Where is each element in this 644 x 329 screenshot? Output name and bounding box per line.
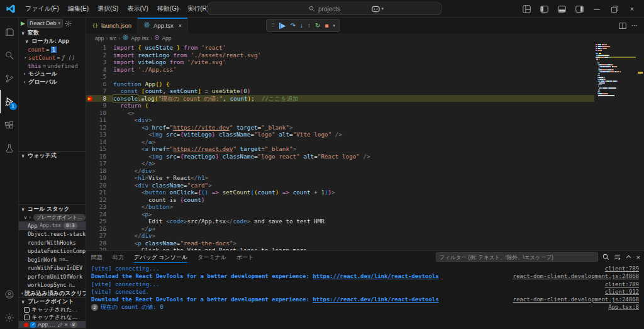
variable-row[interactable]: count=1 [19,45,86,53]
stack-frame-row[interactable]: renderWithHooks [19,238,86,247]
source-location-link[interactable]: react-dom-client.development.js:24868 [507,272,639,280]
toggle-primary-sidebar-icon[interactable] [537,3,551,15]
code-token: import [113,59,135,65]
console-link[interactable]: https://react.dev/link/react-devtools [313,296,438,303]
launch-settings-gear-icon[interactable] [65,20,72,27]
variable-group-row[interactable]: ›モジュール [19,70,86,78]
stack-frame-row[interactable]: AppApp.tsx8:3 [19,221,86,230]
debug-console-output[interactable]: [vite] connecting...client:789Download t… [86,264,644,329]
debug-config-dropdown[interactable]: React Deb ▾ [27,19,63,28]
settings-gear-icon[interactable] [0,306,19,329]
source-location-link[interactable]: client:789 [599,281,639,288]
continue-icon[interactable]: ▶ [279,23,286,29]
toggle-panel-icon[interactable] [555,3,569,15]
panel-tab[interactable]: ターミナル [197,251,226,264]
equals-sign: = [55,55,61,61]
close-tab-icon[interactable]: × [179,23,182,29]
variables-header[interactable]: ∨変数 [19,29,86,37]
source-control-icon[interactable] [0,67,19,90]
panel-tab[interactable]: 出力 [113,251,124,264]
step-over-icon[interactable]: ↷ [291,23,296,29]
toolbar-drag-handle[interactable]: ⠿ [271,23,275,28]
breadcrumb-item[interactable]: App.tsx [122,34,148,42]
back-icon[interactable]: ← [175,3,182,12]
breadcrumb-item[interactable]: app [95,35,104,42]
customize-layout-icon[interactable] [519,3,533,15]
console-row: [vite] connecting...client:789 [91,265,639,272]
split-editor-icon[interactable] [619,22,626,30]
code-line: 1import { useState } from 'react' [86,44,594,52]
minimap[interactable] [596,44,636,97]
step-into-icon[interactable]: ↓ [300,23,303,29]
remove-breakpoint-icon[interactable]: × [65,321,68,328]
breakpoint-item[interactable]: App…. × 8 [19,321,86,328]
source-location-link[interactable]: react-dom-client.development.js:24868 [507,296,639,303]
search-icon[interactable] [602,254,609,260]
menu-item[interactable]: ファイル(F) [21,3,64,15]
testing-icon[interactable] [0,137,19,160]
menu-item[interactable]: 編集(E) [64,3,93,15]
explorer-icon[interactable] [0,20,19,43]
variables-scope[interactable]: ∨ローカル: App [19,37,86,45]
overview-ruler[interactable] [636,43,644,250]
stack-frame-row[interactable]: runWithFiberInDEV [19,264,86,273]
stack-frame-row[interactable]: workLoopSyncn… [19,281,86,290]
variable-group-row[interactable]: ›グローバル [19,78,86,86]
maximize-panel-icon[interactable] [625,254,632,260]
callstack-header[interactable]: ∨コール スタック [19,205,86,213]
exception-checkbox[interactable] [24,307,30,313]
toggle-secondary-sidebar-icon[interactable] [572,3,586,15]
panel-tab[interactable]: 問題 [91,251,103,264]
code-token: import [113,44,135,51]
copilot-menu[interactable]: ▾ [372,6,384,13]
editor-more-actions-icon[interactable]: ⋯ [631,22,638,29]
tab-app-tsx[interactable]: App.tsx× [138,18,188,33]
variable-row[interactable]: this=undefined [19,62,86,70]
stack-frame-row[interactable]: updateFunctionComp [19,247,86,256]
minimap-line [596,57,636,58]
menu-item[interactable]: 選択(S) [93,3,123,15]
exception-breakpoint-row[interactable]: キャッチされな… [19,313,86,321]
line-number: 25 [86,218,106,225]
panel-tab[interactable]: ポート [236,251,253,264]
stack-frame-row[interactable]: Object.react-stack [19,230,86,239]
breakpoints-header[interactable]: ∨ブレークポイント [19,298,86,306]
step-out-icon[interactable]: ↑ [308,23,311,29]
variable-row[interactable]: ›setCount=ƒ () [19,53,86,62]
console-link[interactable]: https://react.dev/link/react-devtools [313,273,438,279]
console-filter-input[interactable] [436,252,598,262]
start-debug-icon[interactable]: ▶ [21,20,25,26]
close-panel-icon[interactable]: × [636,254,640,261]
breadcrumb-item[interactable]: App [154,35,171,42]
extensions-icon[interactable] [0,113,19,137]
watch-header[interactable]: ∨ウォッチ式 [19,152,86,160]
minimize-icon[interactable]: — [590,3,604,15]
stack-frame-row[interactable]: beginWorkno… [19,255,86,264]
code-editor[interactable]: 1import { useState } from 'react'2import… [86,43,644,250]
exception-breakpoint-row[interactable]: キャッチされた… [19,306,86,313]
stack-frame-row[interactable]: performUnitOfWork [19,272,86,281]
run-and-debug-icon[interactable]: 1 [0,90,19,113]
search-sidebar-icon[interactable] [0,43,19,67]
close-window-icon[interactable]: × [625,3,639,15]
account-icon[interactable] [0,282,19,306]
edit-breakpoint-pencil-icon[interactable] [57,322,63,328]
forward-icon[interactable]: → [189,3,196,12]
chevron-down-icon[interactable]: ▾ [333,23,335,28]
source-location-link[interactable]: App.tsx:8 [602,303,639,311]
stop-icon[interactable]: ■ [325,23,328,29]
exception-checkbox[interactable] [24,315,30,320]
code-token: => [282,189,289,196]
source-location-link[interactable]: client:789 [599,265,639,272]
tab-launch-json[interactable]: {}launch.json [86,18,138,33]
panel-tab[interactable]: デバッグ コンソール [134,251,187,264]
callstack-thread-row[interactable]: ∨ ブレークポイント… [19,213,86,221]
loaded-scripts-header[interactable]: ›読み込み済みのスクリプト [19,289,86,297]
source-location-link[interactable]: client:912 [599,288,639,296]
restart-icon[interactable]: ↻ [315,23,320,29]
menu-item[interactable]: 表示(V) [123,3,152,15]
breakpoint-checkbox[interactable] [30,322,36,328]
restore-icon[interactable] [608,3,621,15]
console-options-icon[interactable] [614,254,621,260]
breadcrumb-item[interactable]: src [109,35,116,42]
